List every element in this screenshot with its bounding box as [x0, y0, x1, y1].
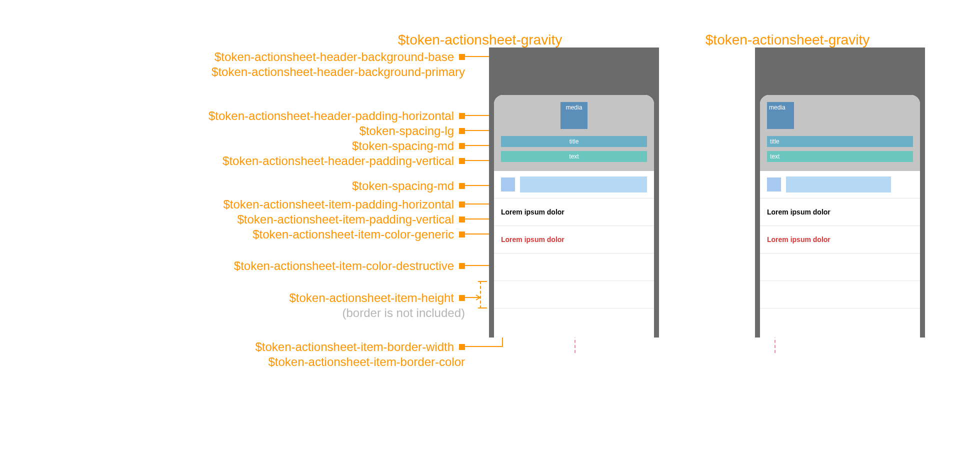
tok-header-pad-v: $token-actionsheet-header-padding-vertic… [222, 154, 465, 168]
tok-header-bg-base: $token-actionsheet-header-background-bas… [214, 50, 465, 64]
phone-frame-left: media title text Lorem ipsum dolor Lorem… [755, 48, 925, 338]
tok-header-bg-primary: $token-actionsheet-header-background-pri… [212, 65, 465, 79]
item-empty-1b[interactable] [760, 254, 920, 281]
tok-spacing-md-2: $token-spacing-md [352, 179, 465, 193]
gravity-label-left: $token-actionsheet-gravity [706, 32, 870, 48]
tok-item-border-color: $token-actionsheet-item-border-color [268, 355, 465, 369]
tok-item-height: $token-actionsheet-item-height [289, 291, 465, 305]
gravity-label-center: $token-actionsheet-gravity [398, 32, 562, 48]
item-text-placeholder-b [786, 176, 891, 192]
media-box: media [560, 102, 588, 129]
item-destructive-b[interactable]: Lorem ipsum dolor [760, 226, 920, 254]
item-generic-label: Lorem ipsum dolor [501, 208, 564, 216]
tok-header-pad-h: $token-actionsheet-header-padding-horizo… [208, 109, 465, 123]
item-destructive-label: Lorem ipsum dolor [501, 236, 564, 244]
tok-item-height-note: (border is not included) [342, 306, 465, 320]
item-icon-placeholder-b [767, 178, 781, 192]
item-destructive[interactable]: Lorem ipsum dolor [494, 226, 654, 254]
tok-item-pad-h: $token-actionsheet-item-padding-horizont… [223, 198, 465, 212]
item-generic-label-b: Lorem ipsum dolor [767, 208, 830, 216]
item-destructive-label-b: Lorem ipsum dolor [767, 236, 830, 244]
tok-spacing-lg: $token-spacing-lg [360, 124, 465, 138]
title-bar-b: title [767, 136, 913, 147]
media-box-b: media [767, 102, 794, 129]
title-bar: title [501, 136, 647, 147]
item-with-media-b[interactable] [760, 171, 920, 198]
tok-spacing-md: $token-spacing-md [352, 139, 465, 153]
sheet-header-center: media title text [494, 95, 654, 171]
text-bar-b: text [767, 151, 913, 162]
item-generic-b[interactable]: Lorem ipsum dolor [760, 198, 920, 226]
sheet-header-left: media title text [760, 95, 920, 171]
item-with-media[interactable] [494, 171, 654, 198]
tok-item-color-destructive: $token-actionsheet-item-color-destructiv… [234, 259, 465, 273]
actionsheet-left: media title text Lorem ipsum dolor Lorem… [760, 95, 920, 338]
tok-item-pad-v: $token-actionsheet-item-padding-vertical [237, 212, 465, 226]
item-empty-2[interactable] [494, 281, 654, 308]
item-empty-1[interactable] [494, 254, 654, 281]
item-text-placeholder [520, 176, 647, 192]
item-generic[interactable]: Lorem ipsum dolor [494, 198, 654, 226]
tok-item-border-width: $token-actionsheet-item-border-width [255, 340, 465, 354]
phone-frame-center: media title text Lorem ipsum dolor Lorem… [489, 48, 659, 338]
item-icon-placeholder [501, 178, 515, 192]
text-bar: text [501, 151, 647, 162]
item-empty-2b[interactable] [760, 281, 920, 308]
tok-item-color-generic: $token-actionsheet-item-color-generic [252, 228, 465, 242]
actionsheet-center: media title text Lorem ipsum dolor Lorem… [494, 95, 654, 338]
measure-item-height [480, 281, 484, 308]
